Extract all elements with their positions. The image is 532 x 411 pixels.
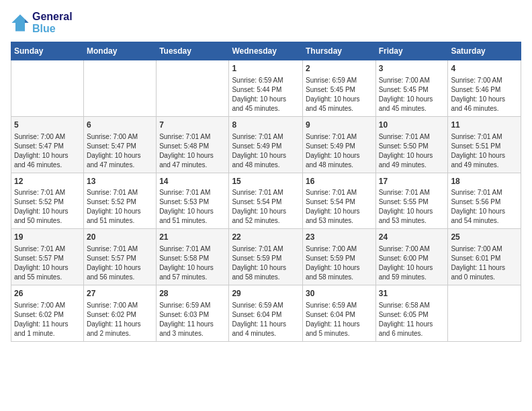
calendar-cell: 16Sunrise: 7:01 AM Sunset: 5:54 PM Dayli… [302,173,375,229]
calendar-cell: 28Sunrise: 6:59 AM Sunset: 6:03 PM Dayli… [157,285,229,342]
calendar-header-row: SundayMondayTuesdayWednesdayThursdayFrid… [11,42,521,60]
calendar-cell [84,60,157,117]
day-info: Sunrise: 6:59 AM Sunset: 6:04 PM Dayligh… [306,301,373,338]
day-info: Sunrise: 7:00 AM Sunset: 6:00 PM Dayligh… [379,244,445,282]
day-info: Sunrise: 7:01 AM Sunset: 5:57 PM Dayligh… [14,244,81,282]
calendar-cell: 8Sunrise: 7:01 AM Sunset: 5:49 PM Daylig… [229,116,303,173]
logo-text: General Blue [32,11,73,35]
header-sunday: Sunday [11,42,84,60]
day-info: Sunrise: 6:59 AM Sunset: 5:45 PM Dayligh… [306,76,373,113]
day-number: 20 [87,232,153,243]
day-info: Sunrise: 7:00 AM Sunset: 5:46 PM Dayligh… [451,76,518,113]
calendar-cell: 11Sunrise: 7:01 AM Sunset: 5:51 PM Dayli… [448,116,521,173]
day-info: Sunrise: 7:01 AM Sunset: 5:50 PM Dayligh… [379,132,445,170]
day-number: 18 [451,176,518,187]
day-number: 14 [159,176,226,187]
calendar-cell: 17Sunrise: 7:01 AM Sunset: 5:55 PM Dayli… [375,173,448,229]
day-info: Sunrise: 7:01 AM Sunset: 5:56 PM Dayligh… [451,188,518,226]
header-monday: Monday [84,42,157,60]
day-info: Sunrise: 7:00 AM Sunset: 6:01 PM Dayligh… [451,244,518,282]
calendar-week-row: 5Sunrise: 7:00 AM Sunset: 5:47 PM Daylig… [11,116,521,173]
calendar-week-row: 1Sunrise: 6:59 AM Sunset: 5:44 PM Daylig… [11,60,521,117]
day-info: Sunrise: 7:00 AM Sunset: 5:45 PM Dayligh… [379,76,445,113]
day-info: Sunrise: 7:01 AM Sunset: 5:49 PM Dayligh… [232,132,300,170]
calendar-cell: 26Sunrise: 7:00 AM Sunset: 6:02 PM Dayli… [11,285,84,342]
calendar-cell [448,285,521,342]
day-info: Sunrise: 6:59 AM Sunset: 5:44 PM Dayligh… [232,76,300,113]
header-wednesday: Wednesday [229,42,303,60]
calendar-week-row: 26Sunrise: 7:00 AM Sunset: 6:02 PM Dayli… [11,285,521,342]
calendar-cell: 29Sunrise: 6:59 AM Sunset: 6:04 PM Dayli… [229,285,303,342]
day-info: Sunrise: 7:01 AM Sunset: 5:54 PM Dayligh… [306,188,373,226]
day-number: 9 [306,120,373,131]
day-number: 5 [14,120,81,131]
day-number: 13 [87,176,153,187]
calendar-cell: 2Sunrise: 6:59 AM Sunset: 5:45 PM Daylig… [302,60,375,117]
logo: General Blue [11,11,73,35]
day-info: Sunrise: 7:01 AM Sunset: 5:53 PM Dayligh… [159,188,226,226]
day-number: 24 [379,232,445,243]
calendar-cell [11,60,84,117]
day-number: 1 [232,63,300,75]
day-number: 30 [306,288,373,300]
calendar-cell: 19Sunrise: 7:01 AM Sunset: 5:57 PM Dayli… [11,229,84,285]
calendar-cell: 12Sunrise: 7:01 AM Sunset: 5:52 PM Dayli… [11,173,84,229]
day-info: Sunrise: 7:01 AM Sunset: 5:59 PM Dayligh… [232,244,300,282]
calendar-cell: 23Sunrise: 7:00 AM Sunset: 5:59 PM Dayli… [302,229,375,285]
page-header: General Blue [11,11,521,35]
day-info: Sunrise: 7:00 AM Sunset: 5:59 PM Dayligh… [306,244,373,282]
day-number: 29 [232,288,300,300]
calendar-cell: 6Sunrise: 7:00 AM Sunset: 5:47 PM Daylig… [84,116,157,173]
calendar-cell: 9Sunrise: 7:01 AM Sunset: 5:49 PM Daylig… [302,116,375,173]
calendar-cell: 5Sunrise: 7:00 AM Sunset: 5:47 PM Daylig… [11,116,84,173]
day-number: 21 [159,232,226,243]
calendar-cell: 27Sunrise: 7:00 AM Sunset: 6:02 PM Dayli… [84,285,157,342]
calendar-week-row: 12Sunrise: 7:01 AM Sunset: 5:52 PM Dayli… [11,173,521,229]
day-info: Sunrise: 7:01 AM Sunset: 5:49 PM Dayligh… [306,132,373,170]
day-info: Sunrise: 7:00 AM Sunset: 5:47 PM Dayligh… [87,132,153,170]
day-number: 17 [379,176,445,187]
day-number: 27 [87,288,153,300]
calendar-cell: 7Sunrise: 7:01 AM Sunset: 5:48 PM Daylig… [157,116,229,173]
calendar-cell [157,60,229,117]
day-info: Sunrise: 7:01 AM Sunset: 5:58 PM Dayligh… [159,244,226,282]
day-info: Sunrise: 7:01 AM Sunset: 5:54 PM Dayligh… [232,188,300,226]
day-number: 31 [379,288,445,300]
calendar-cell: 15Sunrise: 7:01 AM Sunset: 5:54 PM Dayli… [229,173,303,229]
calendar-cell: 24Sunrise: 7:00 AM Sunset: 6:00 PM Dayli… [375,229,448,285]
day-number: 7 [159,120,226,131]
day-number: 10 [379,120,445,131]
header-saturday: Saturday [448,42,521,60]
day-number: 28 [159,288,226,300]
day-number: 2 [306,63,373,75]
header-thursday: Thursday [302,42,375,60]
calendar-cell: 13Sunrise: 7:01 AM Sunset: 5:52 PM Dayli… [84,173,157,229]
day-info: Sunrise: 7:01 AM Sunset: 5:55 PM Dayligh… [379,188,445,226]
logo-icon [11,13,30,32]
calendar-cell: 21Sunrise: 7:01 AM Sunset: 5:58 PM Dayli… [157,229,229,285]
day-number: 15 [232,176,300,187]
day-info: Sunrise: 7:01 AM Sunset: 5:48 PM Dayligh… [159,132,226,170]
day-number: 3 [379,63,445,75]
calendar-cell: 14Sunrise: 7:01 AM Sunset: 5:53 PM Dayli… [157,173,229,229]
day-number: 8 [232,120,300,131]
calendar-table: SundayMondayTuesdayWednesdayThursdayFrid… [11,42,521,342]
calendar-cell: 31Sunrise: 6:58 AM Sunset: 6:05 PM Dayli… [375,285,448,342]
day-number: 25 [451,232,518,243]
day-info: Sunrise: 6:58 AM Sunset: 6:05 PM Dayligh… [379,301,445,338]
calendar-cell: 30Sunrise: 6:59 AM Sunset: 6:04 PM Dayli… [302,285,375,342]
calendar-cell: 22Sunrise: 7:01 AM Sunset: 5:59 PM Dayli… [229,229,303,285]
header-tuesday: Tuesday [157,42,229,60]
day-info: Sunrise: 6:59 AM Sunset: 6:04 PM Dayligh… [232,301,300,338]
day-info: Sunrise: 7:00 AM Sunset: 5:47 PM Dayligh… [14,132,81,170]
day-info: Sunrise: 7:01 AM Sunset: 5:52 PM Dayligh… [14,188,81,226]
day-number: 19 [14,232,81,243]
day-info: Sunrise: 7:01 AM Sunset: 5:57 PM Dayligh… [87,244,153,282]
day-info: Sunrise: 7:00 AM Sunset: 6:02 PM Dayligh… [14,301,81,338]
day-info: Sunrise: 6:59 AM Sunset: 6:03 PM Dayligh… [159,301,226,338]
day-number: 23 [306,232,373,243]
day-info: Sunrise: 7:01 AM Sunset: 5:52 PM Dayligh… [87,188,153,226]
day-number: 16 [306,176,373,187]
day-number: 26 [14,288,81,300]
day-number: 6 [87,120,153,131]
